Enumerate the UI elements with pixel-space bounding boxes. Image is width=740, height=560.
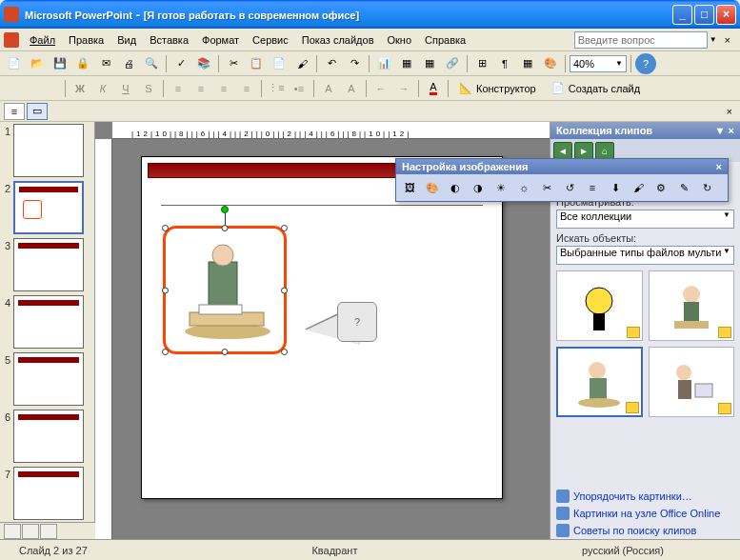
organize-link[interactable]: Упорядочить картинки… <box>556 488 734 505</box>
menu-format[interactable]: Формат <box>195 32 246 48</box>
spellcheck-icon[interactable]: ✓ <box>170 53 191 74</box>
selected-image[interactable] <box>163 226 287 354</box>
close-button[interactable]: × <box>716 5 736 25</box>
print-icon[interactable]: 🖨 <box>118 53 139 74</box>
clipart-result-4[interactable] <box>649 347 735 417</box>
menu-slideshow[interactable]: Показ слайдов <box>295 32 381 48</box>
rotate-left-icon[interactable]: ↺ <box>559 177 580 198</box>
menu-help[interactable]: Справка <box>418 32 472 48</box>
align-right-icon[interactable]: ≡ <box>213 78 234 99</box>
slide-surface[interactable]: ? <box>141 156 503 499</box>
menu-insert[interactable]: Вставка <box>143 32 195 48</box>
resize-handle-sw[interactable] <box>162 349 169 355</box>
cut-icon[interactable]: ✂ <box>223 53 244 74</box>
nav-back-icon[interactable]: ◄ <box>553 142 572 159</box>
line-style-icon[interactable]: ≡ <box>582 177 603 198</box>
open-icon[interactable]: 📂 <box>27 53 48 74</box>
nav-home-icon[interactable]: ⌂ <box>595 142 614 159</box>
grid-icon[interactable]: ▦ <box>517 53 538 74</box>
format-picture-icon[interactable]: ⚙ <box>650 177 671 198</box>
email-icon[interactable]: ✉ <box>95 53 116 74</box>
tabs-close-icon[interactable]: × <box>723 106 736 117</box>
hyperlink-icon[interactable]: 🔗 <box>442 53 463 74</box>
font-color-icon[interactable]: A <box>423 78 444 99</box>
shadow-icon[interactable]: S <box>138 78 159 99</box>
normal-view-icon[interactable] <box>4 524 21 539</box>
help-search[interactable]: ▼ <box>574 31 719 49</box>
picture-toolbar-close-icon[interactable]: × <box>716 161 722 172</box>
show-formatting-icon[interactable]: ¶ <box>494 53 515 74</box>
research-icon[interactable]: 📚 <box>193 53 214 74</box>
bullets-icon[interactable]: •≡ <box>289 78 310 99</box>
recolor-icon[interactable]: 🖌 <box>628 177 649 198</box>
thumbnail-1[interactable] <box>13 124 84 177</box>
new-slide-button[interactable]: 📄Создать слайд <box>545 78 647 99</box>
clipart-result-2[interactable] <box>649 270 735 341</box>
chart-icon[interactable]: 📊 <box>373 53 394 74</box>
table-icon[interactable]: ▦ <box>396 53 417 74</box>
outline-tab[interactable]: ≡ <box>4 103 25 120</box>
transparent-color-icon[interactable]: ✎ <box>673 177 694 198</box>
align-center-icon[interactable]: ≡ <box>190 78 211 99</box>
permission-icon[interactable]: 🔒 <box>72 53 93 74</box>
thumbnail-2[interactable] <box>13 181 84 234</box>
more-contrast-icon[interactable]: ◐ <box>445 177 466 198</box>
resize-handle-nw[interactable] <box>162 225 169 231</box>
sorter-view-icon[interactable] <box>22 524 39 539</box>
reset-picture-icon[interactable]: ↻ <box>696 177 717 198</box>
bold-icon[interactable]: Ж <box>70 78 90 99</box>
resize-handle-n[interactable] <box>222 225 229 231</box>
slideshow-view-icon[interactable] <box>40 524 57 539</box>
help-icon[interactable]: ? <box>635 53 656 74</box>
increase-indent-icon[interactable]: → <box>393 78 414 99</box>
numbering-icon[interactable]: ⋮≡ <box>266 78 287 99</box>
less-contrast-icon[interactable]: ◑ <box>468 177 489 198</box>
align-left-icon[interactable]: ≡ <box>168 78 189 99</box>
insert-picture-icon[interactable]: 🖼 <box>399 177 420 198</box>
format-painter-icon[interactable]: 🖌 <box>291 53 312 74</box>
clipart-result-1[interactable] <box>556 270 643 341</box>
thumbnail-7[interactable] <box>13 467 84 520</box>
tables-borders-icon[interactable]: ▦ <box>419 53 440 74</box>
new-icon[interactable]: 📄 <box>4 53 25 74</box>
zoom-combo[interactable]: 40%▼ <box>570 55 627 72</box>
resize-handle-s[interactable] <box>222 349 229 355</box>
menu-tools[interactable]: Сервис <box>246 32 295 48</box>
tips-link[interactable]: Советы по поиску клипов <box>556 522 734 539</box>
browse-combo[interactable]: Все коллекции▼ <box>556 210 734 229</box>
online-link[interactable]: Картинки на узле Office Online <box>556 505 734 522</box>
thumbnail-3[interactable] <box>13 238 84 291</box>
decrease-font-icon[interactable]: A <box>341 78 362 99</box>
color-mode-icon[interactable]: 🎨 <box>422 177 443 198</box>
crop-icon[interactable]: ✂ <box>536 177 557 198</box>
save-icon[interactable]: 💾 <box>50 53 70 74</box>
minimize-button[interactable]: _ <box>672 5 692 25</box>
help-search-input[interactable] <box>574 31 708 49</box>
picture-toolbar[interactable]: Настройка изображения× 🖼 🎨 ◐ ◑ ☀ ☼ ✂ ↺ ≡… <box>395 158 729 202</box>
thumbnail-5[interactable] <box>13 352 84 406</box>
increase-font-icon[interactable]: A <box>318 78 339 99</box>
undo-icon[interactable]: ↶ <box>321 53 342 74</box>
preview-icon[interactable]: 🔍 <box>141 53 162 74</box>
maximize-button[interactable]: □ <box>694 5 714 25</box>
resize-handle-ne[interactable] <box>281 225 288 231</box>
thumbnail-4[interactable] <box>13 295 84 349</box>
copy-icon[interactable]: 📋 <box>246 53 267 74</box>
redo-icon[interactable]: ↷ <box>344 53 365 74</box>
menu-edit[interactable]: Правка <box>62 32 110 48</box>
clipart-result-3[interactable] <box>556 347 643 417</box>
menu-file[interactable]: Файл <box>23 32 62 48</box>
resize-handle-e[interactable] <box>281 287 288 293</box>
designer-button[interactable]: 📐Конструктор <box>452 78 543 99</box>
callout-shape[interactable]: ? <box>337 302 377 342</box>
decrease-indent-icon[interactable]: ← <box>370 78 391 99</box>
color-icon[interactable]: 🎨 <box>540 53 561 74</box>
compress-icon[interactable]: ⬇ <box>605 177 626 198</box>
thumbnail-6[interactable] <box>13 410 84 463</box>
nav-forward-icon[interactable]: ► <box>574 142 593 159</box>
align-justify-icon[interactable]: ≡ <box>236 78 257 99</box>
rotate-handle[interactable] <box>221 206 229 213</box>
underline-icon[interactable]: Ч <box>115 78 136 99</box>
slide-thumbnails[interactable]: 1 2 3 4 5 6 7 8 9 <box>0 122 95 543</box>
paste-icon[interactable]: 📄 <box>269 53 290 74</box>
